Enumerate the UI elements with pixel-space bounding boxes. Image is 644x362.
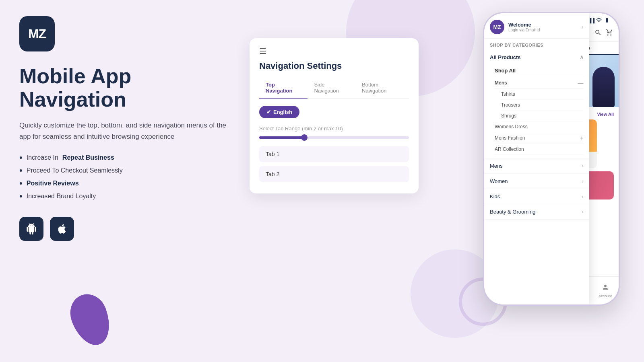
- shop-by-cat: Shop by categories: [484, 39, 589, 50]
- slider-container: [259, 136, 409, 139]
- left-panel: MZ Mobile App Navigation Quickly customi…: [19, 16, 229, 241]
- nav-tabs: Top Navigation Side Navigation Bottom Na…: [259, 78, 409, 99]
- slider-fill: [259, 136, 304, 139]
- mens-nav-item[interactable]: Mens ›: [484, 158, 589, 174]
- minus-icon: —: [578, 80, 584, 86]
- phone-container: 9:45 ▐▐▐ MZ MageNative: [483, 12, 620, 306]
- drawer-chevron-icon: ›: [582, 24, 584, 30]
- bullet-3: Positive Reviews: [19, 179, 229, 188]
- side-drawer: MZ Welcome Login via Email id › Shop by …: [484, 13, 619, 304]
- nav-settings-panel: ☰ Navigation Settings Top Navigation Sid…: [250, 38, 419, 193]
- shrugs-item[interactable]: Shrugs: [501, 111, 584, 121]
- mens-item[interactable]: Mens —: [495, 77, 584, 89]
- shop-all-item[interactable]: Shop All: [495, 64, 584, 77]
- mens-chevron-icon: ›: [582, 163, 584, 169]
- mens-fashion-item[interactable]: Mens Fashion +: [495, 132, 584, 144]
- mens-sub: Tshirts Trousers Shrugs: [495, 89, 584, 121]
- beauty-nav-label: Beauty & Grooming: [490, 209, 535, 215]
- drawer-welcome: Welcome: [508, 22, 540, 28]
- trousers-item[interactable]: Trousers: [501, 100, 584, 111]
- check-icon: ✔: [266, 109, 271, 115]
- tab-bottom-navigation[interactable]: Bottom Navigation: [355, 78, 409, 99]
- platform-icons: [19, 217, 229, 241]
- bullet-4: Increased Brand Loyalty: [19, 192, 229, 201]
- slider-track[interactable]: [259, 136, 409, 139]
- womens-dress-item[interactable]: Womens Dress: [495, 121, 584, 132]
- slider-thumb[interactable]: [301, 134, 308, 141]
- ar-collection-item[interactable]: AR Collection: [495, 144, 584, 155]
- english-label: English: [273, 109, 292, 115]
- bullet-list: Increase In Repeat Business Proceed To C…: [19, 153, 229, 201]
- tshirts-item[interactable]: Tshirts: [501, 89, 584, 100]
- drawer-welcome-block: Welcome Login via Email id: [508, 22, 540, 32]
- collapse-icon: ∧: [580, 54, 584, 60]
- tab-top-navigation[interactable]: Top Navigation: [259, 78, 308, 99]
- panel-title: Navigation Settings: [259, 61, 409, 71]
- apple-icon: [50, 217, 74, 241]
- all-products-header[interactable]: All Products ∧: [490, 50, 584, 64]
- bullet-2: Proceed To Checkout Seamlessly: [19, 166, 229, 175]
- all-products-label: All Products: [490, 54, 521, 60]
- tab-side-navigation[interactable]: Side Navigation: [308, 78, 355, 99]
- beauty-nav-item[interactable]: Beauty & Grooming ›: [484, 204, 589, 220]
- subtitle: Quickly customize the top, bottom, and s…: [19, 120, 229, 142]
- women-nav-item[interactable]: Women ›: [484, 174, 589, 189]
- panel-header: ☰ Navigation Settings Top Navigation Sid…: [250, 38, 419, 99]
- tab-item-1[interactable]: Tab 1: [259, 146, 409, 162]
- kids-nav-label: Kids: [490, 193, 500, 200]
- drawer-login: Login via Email id: [508, 28, 540, 32]
- tab-range-text: Select Tab Range: [259, 125, 300, 132]
- women-chevron-icon: ›: [582, 179, 584, 184]
- drawer-avatar-text: MZ: [493, 24, 501, 30]
- english-button[interactable]: ✔ English: [259, 106, 299, 118]
- kids-nav-item[interactable]: Kids ›: [484, 189, 589, 204]
- drawer-avatar: MZ: [490, 20, 504, 34]
- drawer-panel: MZ Welcome Login via Email id › Shop by …: [484, 13, 589, 304]
- logo-box: MZ: [19, 16, 55, 51]
- mens-nav-label: Mens: [490, 163, 503, 169]
- tab-item-2[interactable]: Tab 2: [259, 166, 409, 182]
- panel-body: ✔ English Select Tab Range (min 2 or max…: [250, 99, 419, 193]
- all-products-sub: Shop All Mens — Tshirts Trousers Shrugs: [490, 64, 584, 158]
- phone-screen: 9:45 ▐▐▐ MZ MageNative: [484, 13, 619, 304]
- android-icon: [19, 217, 43, 241]
- beauty-chevron-icon: ›: [582, 209, 584, 215]
- plus-icon: +: [580, 135, 583, 141]
- bullet-1: Increase In Repeat Business: [19, 153, 229, 162]
- drawer-header: MZ Welcome Login via Email id ›: [484, 13, 589, 39]
- logo-text: MZ: [28, 27, 46, 41]
- all-products-category: All Products ∧ Shop All Mens —: [484, 50, 589, 158]
- main-title: Mobile App Navigation: [19, 64, 229, 111]
- purple-blob: [64, 289, 116, 351]
- tab-range-label: Select Tab Range (min 2 or max 10): [259, 125, 409, 132]
- phone-frame: 9:45 ▐▐▐ MZ MageNative: [483, 12, 620, 306]
- kids-chevron-icon: ›: [582, 194, 584, 200]
- hamburger-icon[interactable]: ☰: [259, 46, 409, 56]
- tab-range-hint: (min 2 or max 10): [302, 125, 343, 132]
- women-nav-label: Women: [490, 178, 508, 184]
